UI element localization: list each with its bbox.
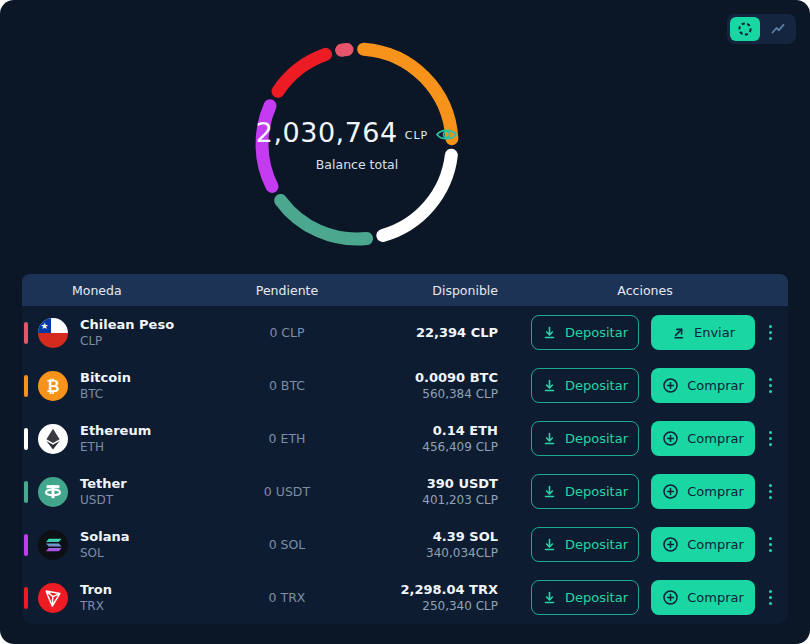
column-header-disponible: Disponible: [342, 283, 502, 298]
row-menu-button[interactable]: [767, 429, 774, 448]
send-button[interactable]: Enviar: [651, 315, 755, 350]
balance-currency: CLP: [405, 129, 428, 142]
coin-name: Bitcoin: [80, 370, 131, 385]
deposit-button[interactable]: Depositar: [531, 474, 639, 509]
download-icon: [542, 537, 557, 552]
coin-ticker: BTC: [80, 387, 131, 401]
asset-color-indicator: [24, 587, 28, 609]
plus-circle-icon: [662, 377, 679, 394]
table-header: Moneda Pendiente Disponible Acciones: [22, 274, 788, 306]
line-chart-icon: [770, 21, 786, 37]
column-header-acciones: Acciones: [502, 283, 788, 298]
download-icon: [542, 378, 557, 393]
line-view-button[interactable]: [763, 17, 793, 41]
svg-text:₿: ₿: [46, 376, 59, 395]
column-header-moneda: Moneda: [22, 283, 232, 298]
deposit-button[interactable]: Depositar: [531, 368, 639, 403]
coin-name: Tron: [80, 582, 112, 597]
row-menu-button[interactable]: [767, 535, 774, 554]
buy-button[interactable]: Comprar: [651, 527, 755, 562]
available-amount: 0.0090 BTC: [415, 370, 498, 385]
balance-summary: 2,030,764 CLP Balance total: [237, 24, 477, 264]
balance-donut-chart: 2,030,764 CLP Balance total: [237, 24, 477, 264]
buy-button[interactable]: Comprar: [651, 580, 755, 615]
available-fiat: 456,409 CLP: [422, 440, 498, 454]
buy-button[interactable]: Comprar: [651, 368, 755, 403]
deposit-button[interactable]: Depositar: [531, 421, 639, 456]
eye-icon: [435, 126, 458, 143]
asset-color-indicator: [24, 428, 28, 450]
donut-chart-icon: [737, 21, 753, 37]
btc-coin-icon: ₿: [38, 371, 68, 401]
available-amount: 0.14 ETH: [433, 423, 498, 438]
pending-amount: 0 BTC: [232, 378, 342, 393]
coin-ticker: TRX: [80, 599, 112, 613]
available-fiat: 250,340 CLP: [422, 599, 498, 613]
eth-coin-icon: [38, 424, 68, 454]
table-row: Ethereum ETH 0 ETH 0.14 ETH 456,409 CLP …: [22, 412, 788, 465]
table-row: ₿ Bitcoin BTC 0 BTC 0.0090 BTC 560,384 C…: [22, 359, 788, 412]
svg-text:★: ★: [40, 320, 48, 330]
pending-amount: 0 USDT: [232, 484, 342, 499]
coin-name: Ethereum: [80, 423, 151, 438]
download-icon: [542, 325, 557, 340]
balance-label: Balance total: [316, 157, 398, 172]
balance-amount: 2,030,764: [256, 117, 398, 148]
buy-button[interactable]: Comprar: [651, 421, 755, 456]
coin-name: Tether: [80, 476, 127, 491]
wallet-dashboard: 2,030,764 CLP Balance total Moneda Pendi…: [0, 0, 810, 644]
column-header-pendiente: Pendiente: [232, 283, 342, 298]
asset-color-indicator: [24, 322, 28, 344]
assets-table: Moneda Pendiente Disponible Acciones ★ C…: [22, 274, 788, 624]
table-body: ★ Chilean Peso CLP 0 CLP 22,394 CLP Depo…: [22, 306, 788, 624]
available-amount: 390 USDT: [427, 476, 498, 491]
available-fiat: 401,203 CLP: [422, 493, 498, 507]
coin-ticker: SOL: [80, 546, 130, 560]
pending-amount: 0 TRX: [232, 590, 342, 605]
trx-coin-icon: [38, 583, 68, 613]
download-icon: [542, 431, 557, 446]
table-row: Tether USDT 0 USDT 390 USDT 401,203 CLP …: [22, 465, 788, 518]
deposit-button[interactable]: Depositar: [531, 580, 639, 615]
coin-ticker: ETH: [80, 440, 151, 454]
usdt-coin-icon: [38, 477, 68, 507]
buy-button[interactable]: Comprar: [651, 474, 755, 509]
available-amount: 2,298.04 TRX: [400, 582, 498, 597]
pending-amount: 0 CLP: [232, 325, 342, 340]
available-fiat: 340,034CLP: [426, 546, 498, 560]
clp-coin-icon: ★: [38, 318, 68, 348]
available-fiat: 560,384 CLP: [422, 387, 498, 401]
coin-name: Solana: [80, 529, 130, 544]
plus-circle-icon: [662, 430, 679, 447]
deposit-button[interactable]: Depositar: [531, 315, 639, 350]
coin-ticker: USDT: [80, 493, 127, 507]
asset-color-indicator: [24, 481, 28, 503]
sol-coin-icon: [38, 530, 68, 560]
donut-view-button[interactable]: [730, 17, 760, 41]
plus-circle-icon: [662, 589, 679, 606]
asset-color-indicator: [24, 375, 28, 397]
pending-amount: 0 SOL: [232, 537, 342, 552]
row-menu-button[interactable]: [767, 323, 774, 342]
send-icon: [671, 325, 686, 340]
pending-amount: 0 ETH: [232, 431, 342, 446]
coin-name: Chilean Peso: [80, 317, 174, 332]
plus-circle-icon: [662, 483, 679, 500]
table-row: Tron TRX 0 TRX 2,298.04 TRX 250,340 CLP …: [22, 571, 788, 624]
table-row: Solana SOL 0 SOL 4.39 SOL 340,034CLP Dep…: [22, 518, 788, 571]
download-icon: [542, 484, 557, 499]
row-menu-button[interactable]: [767, 588, 774, 607]
plus-circle-icon: [662, 536, 679, 553]
download-icon: [542, 590, 557, 605]
row-menu-button[interactable]: [767, 482, 774, 501]
coin-ticker: CLP: [80, 334, 174, 348]
deposit-button[interactable]: Depositar: [531, 527, 639, 562]
row-menu-button[interactable]: [767, 376, 774, 395]
view-toggle: [727, 14, 796, 44]
asset-color-indicator: [24, 534, 28, 556]
available-amount: 22,394 CLP: [416, 325, 498, 340]
toggle-balance-visibility-button[interactable]: [435, 126, 458, 143]
table-row: ★ Chilean Peso CLP 0 CLP 22,394 CLP Depo…: [22, 306, 788, 359]
available-amount: 4.39 SOL: [433, 529, 498, 544]
